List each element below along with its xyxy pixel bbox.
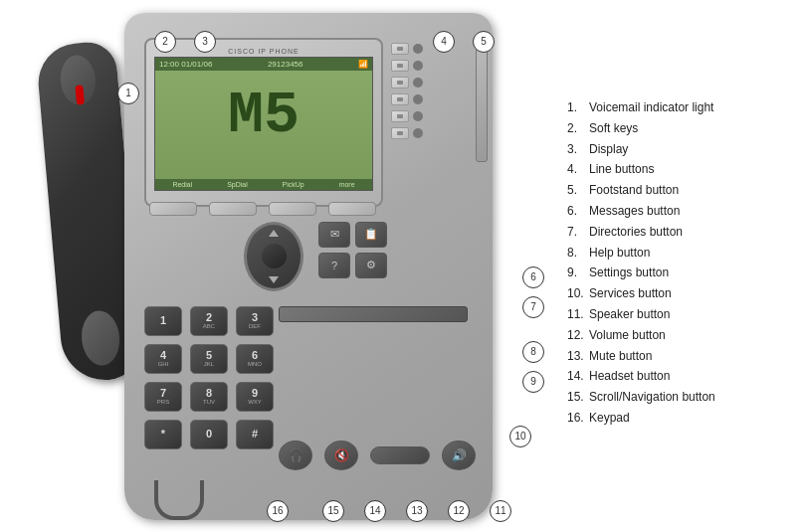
footstand-button[interactable] [476, 43, 488, 162]
label-item-15: 15. Scroll/Navigation button [567, 389, 796, 406]
label-item-1: 1. Voicemail indicator light [567, 99, 796, 116]
screen-number: 29123456 [268, 60, 303, 69]
nav-arrows [247, 225, 301, 288]
line-button-6[interactable] [391, 127, 409, 139]
softkey-physical-2[interactable] [209, 202, 257, 216]
keypad: 1 2ABC 3DEF 4GHI 5JKL 6MNO 7PRS 8TUV 9WX… [144, 306, 274, 449]
label-item-6: 6. Messages button [567, 203, 796, 220]
softkey-physical-3[interactable] [269, 202, 316, 216]
label-item-12: 12. Volume button [567, 327, 796, 344]
label-num-13: 13. [567, 348, 589, 365]
screen-time: 12:00 01/01/06 [159, 60, 212, 69]
softkey-redial: Redial [172, 181, 192, 188]
label-item-7: 7. Directories button [567, 224, 796, 241]
softkey-physical-1[interactable] [149, 202, 197, 216]
key-2[interactable]: 2ABC [190, 306, 228, 336]
callout-10: 10 [509, 426, 531, 447]
line-button-2[interactable] [391, 60, 409, 72]
label-text-8: Help button [589, 245, 650, 262]
label-text-4: Line buttons [589, 161, 654, 178]
label-item-2: 2. Soft keys [567, 120, 796, 137]
key-9[interactable]: 9WXY [236, 382, 274, 412]
key-3[interactable]: 3DEF [236, 306, 274, 336]
audio-buttons-area: 🎧 🔇 🔊 [279, 441, 476, 470]
line-button-row-4 [391, 93, 423, 105]
callout-15: 15 [322, 500, 344, 522]
line-button-5[interactable] [391, 110, 409, 122]
label-text-16: Keypad [589, 410, 630, 427]
speaker-button[interactable]: 🔊 [442, 441, 476, 470]
screen-softkey-bar: Redial SpDial PickUp more [155, 179, 372, 190]
line-buttons-area [391, 43, 423, 139]
key-star[interactable]: * [144, 420, 182, 449]
line-button-dot-4[interactable] [413, 94, 423, 104]
label-num-16: 16. [567, 410, 589, 427]
softkey-physical-4[interactable] [328, 202, 376, 216]
label-num-15: 15. [567, 389, 589, 406]
line-button-dot-6[interactable] [413, 128, 423, 138]
feature-buttons-area: ✉ 📋 ? ⚙ [318, 222, 387, 278]
messages-button[interactable]: ✉ [318, 222, 350, 248]
label-num-6: 6. [567, 203, 589, 220]
softkey-more: more [339, 181, 355, 188]
screen-header: 12:00 01/01/06 29123456 📶 [155, 58, 372, 71]
label-item-4: 4. Line buttons [567, 161, 796, 178]
softkey-physical-buttons [149, 202, 376, 216]
key-5[interactable]: 5JKL [190, 344, 228, 374]
line-button-1[interactable] [391, 43, 409, 55]
directories-button[interactable]: 📋 [355, 222, 387, 248]
callout-7: 7 [522, 296, 544, 318]
component-labels-list: 1. Voicemail indicator light 2. Soft key… [567, 99, 796, 427]
mute-button[interactable]: 🔇 [324, 441, 358, 470]
label-text-13: Mute button [589, 348, 652, 365]
label-text-14: Headset button [589, 368, 670, 385]
line-button-row-3 [391, 77, 423, 89]
screen-m5-display: M5 [228, 86, 300, 145]
settings-button[interactable]: ⚙ [355, 253, 387, 278]
key-0[interactable]: 0 [190, 420, 228, 449]
label-num-8: 8. [567, 245, 589, 262]
navigation-button[interactable] [244, 222, 303, 291]
label-num-14: 14. [567, 368, 589, 385]
volume-button[interactable] [370, 446, 430, 464]
key-4[interactable]: 4GHI [144, 344, 182, 374]
label-item-13: 13. Mute button [567, 348, 796, 365]
callout-13: 13 [406, 500, 428, 522]
key-7[interactable]: 7PRS [144, 382, 182, 412]
label-text-11: Speaker button [589, 306, 670, 323]
phone-area: 1 2 3 4 5 6 7 8 9 10 11 12 13 1 [0, 0, 557, 532]
line-button-dot-2[interactable] [413, 61, 423, 71]
line-button-row-2 [391, 60, 423, 72]
line-button-4[interactable] [391, 93, 409, 105]
label-num-7: 7. [567, 224, 589, 241]
line-button-3[interactable] [391, 77, 409, 89]
nav-down-arrow [269, 276, 279, 283]
callout-4: 4 [433, 31, 455, 53]
callout-14: 14 [364, 500, 386, 522]
label-text-10: Services button [589, 285, 672, 302]
line-button-dot-5[interactable] [413, 111, 423, 121]
label-item-14: 14. Headset button [567, 368, 796, 385]
key-8[interactable]: 8TUV [190, 382, 228, 412]
services-button[interactable] [279, 306, 468, 322]
key-pound[interactable]: # [236, 420, 274, 449]
handset-bottom [80, 308, 122, 366]
headset-button[interactable]: 🎧 [279, 441, 312, 470]
line-button-dot-3[interactable] [413, 78, 423, 88]
label-text-5: Footstand button [589, 182, 679, 199]
key-6[interactable]: 6MNO [236, 344, 274, 374]
callout-5: 5 [473, 31, 495, 53]
phone-body: 1 2 3 4 5 6 7 8 9 10 11 12 13 1 [40, 13, 517, 520]
label-item-3: 3. Display [567, 141, 796, 158]
label-num-1: 1. [567, 99, 589, 116]
line-button-row-1 [391, 43, 423, 55]
help-button[interactable]: ? [318, 253, 350, 278]
label-text-2: Soft keys [589, 120, 638, 137]
label-num-10: 10. [567, 285, 589, 302]
line-button-row-5 [391, 110, 423, 122]
key-1[interactable]: 1 [144, 306, 182, 336]
line-button-row-6 [391, 127, 423, 139]
label-text-1: Voicemail indicator light [589, 99, 713, 116]
label-text-3: Display [589, 141, 628, 158]
line-button-dot-1[interactable] [413, 44, 423, 54]
